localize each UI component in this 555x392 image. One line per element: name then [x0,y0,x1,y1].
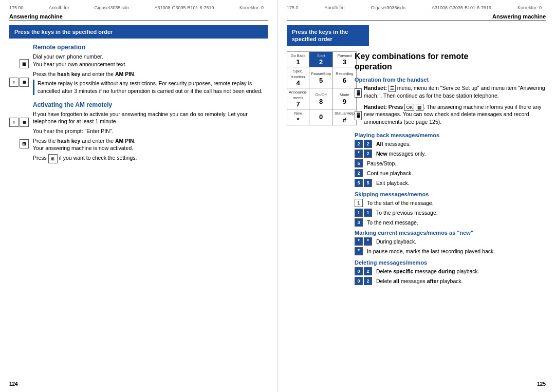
right-meta-pagenum: 175.0 [287,5,299,10]
marking-heading: Marking current messages/memos as "new" [355,230,546,236]
mark-pause: * In pause mode, marks the last recordin… [355,247,546,255]
key-mode: Mode 9 [333,88,357,109]
delete-all: 02 Delete all messages after playback. [355,277,546,285]
left-meta-file: Anrufb.fm [49,5,69,10]
indent-remote-text: Remote replay is possible without any re… [33,80,268,95]
handset-line-2: 📱 Handset: Press OK ▦. The answering mac… [355,103,546,128]
keypad-icon-4: ⊞ [20,139,29,148]
right-meta-correction: Korrektur: 0 [517,5,542,10]
right-meta-product: A31008-G3035-B101-6-7619 [432,5,491,10]
dial-line: Dial your own phone number. You hear you… [33,53,268,68]
play-new: *2 New messages only. [355,150,546,158]
keypad-icon-1: ▦ [20,59,29,68]
left-meta-correction: Korrektur: 0 [239,5,264,10]
left-section-title: Answering machine [9,13,268,21]
right-page: 175.0 Anrufb.fm Gigaset3035isdn A31008-G… [278,0,555,392]
left-meta-pagenum: 175.00 [9,5,24,10]
right-meta-model: Gigaset3035isdn [371,5,405,10]
left-blue-header: Press the keys in the specified order [9,25,268,39]
key-recording: Recording 6 [333,67,357,88]
check-settings-line: Press ⊞ if you want to check the setting… [33,154,268,163]
hash-key-line-2: Press the hash key and enter the AM PIN.… [33,137,268,152]
key-announce: Announce-ments 7 [287,88,309,109]
deleting-heading: Deleting messages/memos [355,259,546,266]
left-icon-sidebar: ▦ # ▦ # ▦ ⊞ [9,44,29,165]
skip-next: 3 To the next message. [355,218,546,227]
handset-icon-1: 📱 [355,88,362,98]
play-exit: 55 Exit playback. [355,179,546,187]
key-new: New * [287,109,309,125]
key-start: Start 2 [309,51,333,67]
key-go-back: Go Back 1 [287,51,309,67]
right-meta-file: Anrufb.fm [324,5,344,10]
left-meta: 175.00 Anrufb.fm Gigaset3035isdn A31008-… [9,5,268,11]
right-section-title: Answering machine [287,13,546,21]
skipping-heading: Skipping messages/memos [355,191,546,197]
playing-back-heading: Playing back messages/memos [355,132,546,138]
left-meta-model: Gigaset3035isdn [94,5,129,10]
prompt-line: You hear the prompt: "Enter PIN". [33,127,268,135]
keypad-icon-3: # ▦ [9,118,29,127]
left-meta-product: A31008-G3035-B101-6-7619 [154,5,214,10]
keypad-icon-2: # ▦ [9,78,29,87]
play-all: 22 All messages. [355,140,546,148]
key-forward: Forward 3 [333,51,357,67]
activating-body: If you have forgotten to activate your a… [33,110,268,125]
handset-line-1: 📱 Handset: ☰ menu, menu item "Service Se… [355,84,546,101]
activating-heading: Activating the AM remotely [33,101,268,108]
play-pause: 5 Pause/Stop. [355,159,546,167]
handset-icon-2: 📱 [355,111,362,120]
mark-during: ** During playback. [355,237,546,246]
right-meta: 175.0 Anrufb.fm Gigaset3035isdn A31008-G… [287,5,546,11]
key-pause: Pause/Stop 5 [309,67,333,88]
remote-op-heading: Remote operation [33,44,268,51]
skip-start: 1 To the start of the message. [355,199,546,207]
key-status: Status/Help # [333,109,357,125]
play-continue: 2 Continue playback. [355,169,546,177]
right-text-area: Key combinations for remote operation Op… [355,51,546,287]
keypad-area: Go Back 1 Start 2 Forward 3 [287,51,348,126]
left-page: 175.00 Anrufb.fm Gigaset3035isdn A31008-… [0,0,278,392]
right-blue-header: Press the keys in the specified order [287,25,369,46]
skip-prev: 11 To the previous message. [355,209,546,217]
delete-specific: 02 Delete specific message during playba… [355,267,546,275]
main-heading: Key combinations for remote operation [355,51,546,73]
key-zero: 0 [309,109,333,125]
left-main-content: Remote operation Dial your own phone num… [33,44,268,165]
right-page-number: 125 [537,381,546,387]
operation-handset-heading: Operation from the handset [355,77,546,83]
hash-key-line-1: Press the hash key and enter the AM PIN. [33,70,268,78]
key-onoff: On/Off 8 [309,88,333,109]
left-page-number: 124 [9,381,18,387]
key-spec: Spec. function 4 [287,67,309,88]
